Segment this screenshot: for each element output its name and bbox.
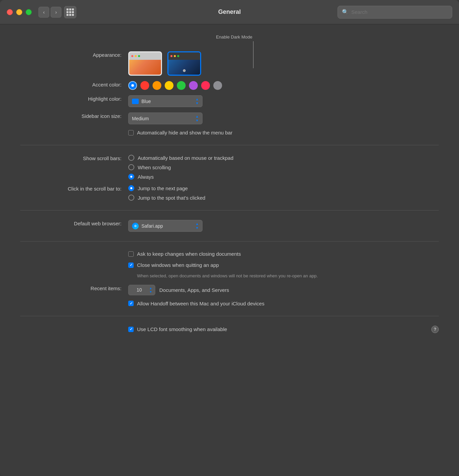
recent-items-control: 10 ▲▼ Documents, Apps, and Servers <box>128 285 229 295</box>
highlight-color-dropdown[interactable]: Blue ▲▼ <box>128 95 202 107</box>
close-windows-label-empty <box>20 262 128 263</box>
highlight-color-label: Highlight color: <box>20 95 128 102</box>
menu-bar-checkbox-label: Automatically hide and show the menu bar <box>137 130 233 135</box>
close-docs-checkbox-row: Ask to keep changes when closing documen… <box>128 251 241 257</box>
close-windows-label: Close windows when quitting an app <box>137 262 219 268</box>
appearance-dark-option[interactable] <box>167 51 201 76</box>
safari-icon: ⊕ <box>132 223 139 229</box>
forward-button[interactable]: › <box>51 7 61 18</box>
divider-1 <box>20 145 439 145</box>
scroll-auto-radio[interactable] <box>128 155 134 161</box>
close-docs-row: Ask to keep changes when closing documen… <box>20 251 439 257</box>
browser-dropdown[interactable]: ⊕ Safari.app ▲▼ <box>128 220 202 232</box>
appearance-options <box>128 51 201 76</box>
accent-purple[interactable] <box>189 81 198 90</box>
lcd-font-label-empty <box>20 329 128 330</box>
thumb-dark-titlebar <box>168 52 200 60</box>
browser-label: Default web browser: <box>20 220 128 226</box>
sidebar-icon-size-row: Sidebar icon size: Medium ▲▼ <box>20 112 439 124</box>
nav-buttons: ‹ › <box>38 7 61 18</box>
accent-yellow[interactable] <box>165 81 173 90</box>
appearance-light-option[interactable] <box>128 51 162 76</box>
divider-2 <box>20 210 439 210</box>
accent-graphite[interactable] <box>213 81 222 90</box>
close-windows-checkbox[interactable] <box>128 262 134 268</box>
traffic-lights <box>7 9 32 15</box>
stepper-arrows[interactable]: ▲▼ <box>149 286 152 294</box>
search-box[interactable]: 🔍 <box>338 6 452 19</box>
highlight-color-arrows: ▲▼ <box>195 97 199 105</box>
click-spot-radio[interactable] <box>128 195 134 201</box>
titlebar: ‹ › General 🔍 <box>0 0 459 24</box>
close-windows-row: Close windows when quitting an app When … <box>20 262 439 279</box>
browser-arrows: ▲▼ <box>195 222 199 230</box>
click-scroll-row: Click in the scroll bar to: Jump to the … <box>20 185 439 201</box>
sidebar-icon-size-value: Medium <box>132 116 193 121</box>
grid-button[interactable] <box>64 6 76 18</box>
lcd-font-checkbox-row: Use LCD font smoothing when available ? <box>128 326 439 333</box>
scroll-bars-row: Show scroll bars: Automatically based on… <box>20 155 439 180</box>
recent-items-suffix: Documents, Apps, and Servers <box>159 287 229 293</box>
window-title: General <box>218 8 241 16</box>
thumb-dot-green-dark <box>177 55 179 57</box>
close-button[interactable] <box>7 9 13 15</box>
maximize-button[interactable] <box>26 9 32 15</box>
browser-value: Safari.app <box>141 223 193 229</box>
highlight-color-row: Highlight color: Blue ▲▼ <box>20 95 439 107</box>
search-input[interactable] <box>351 9 448 15</box>
handoff-row: Allow Handoff between this Mac and your … <box>20 301 439 306</box>
scroll-bars-options: Automatically based on mouse or trackpad… <box>128 155 233 180</box>
scroll-scrolling-row: When scrolling <box>128 164 233 170</box>
close-docs-checkbox[interactable] <box>128 251 134 257</box>
close-windows-control: Close windows when quitting an app When … <box>128 262 318 279</box>
highlight-color-swatch <box>132 99 139 104</box>
scroll-always-radio[interactable] <box>128 174 134 180</box>
scroll-bars-label: Show scroll bars: <box>20 155 128 161</box>
close-windows-checkbox-row: Close windows when quitting an app <box>128 262 318 268</box>
close-docs-label: Ask to keep changes when closing documen… <box>137 251 241 257</box>
grid-icon <box>66 8 74 16</box>
menu-bar-label <box>20 130 128 130</box>
thumb-dot-red-dark <box>170 55 172 57</box>
recent-items-label: Recent items: <box>20 285 128 291</box>
handoff-label-empty <box>20 301 128 301</box>
handoff-checkbox[interactable] <box>128 301 134 306</box>
sidebar-icon-size-label: Sidebar icon size: <box>20 112 128 119</box>
click-next-label: Jump to the next page <box>138 185 188 191</box>
close-windows-helper: When selected, open documents and window… <box>137 273 318 279</box>
thumb-dark-body <box>168 60 200 75</box>
appearance-row: Appearance: <box>20 51 439 76</box>
recent-items-value: 10 <box>131 287 147 293</box>
tooltip-area: Enable Dark Mode <box>20 34 439 48</box>
tooltip-text: Enable Dark Mode <box>216 34 252 40</box>
scroll-always-row: Always <box>128 174 233 180</box>
search-icon: 🔍 <box>342 9 349 15</box>
lcd-font-checkbox[interactable] <box>128 327 134 332</box>
lcd-font-row: Use LCD font smoothing when available ? <box>20 326 439 333</box>
tooltip-line <box>253 41 253 68</box>
click-next-radio[interactable] <box>128 185 134 191</box>
accent-red[interactable] <box>140 81 149 90</box>
click-scroll-options: Jump to the next page Jump to the spot t… <box>128 185 205 201</box>
dark-thumb-indicator <box>183 69 186 72</box>
handoff-label: Allow Handoff between this Mac and your … <box>137 301 264 306</box>
settings-content: Enable Dark Mode Appearance: <box>0 24 459 476</box>
sidebar-icon-size-dropdown[interactable]: Medium ▲▼ <box>128 112 202 124</box>
close-docs-label-empty <box>20 251 128 252</box>
accent-pink[interactable] <box>201 81 210 90</box>
minimize-button[interactable] <box>16 9 22 15</box>
accent-orange[interactable] <box>153 81 161 90</box>
back-button[interactable]: ‹ <box>38 7 49 18</box>
accent-green[interactable] <box>177 81 186 90</box>
scroll-scrolling-label: When scrolling <box>138 165 171 170</box>
main-window: ‹ › General 🔍 Enable Dark Mode Appearanc… <box>0 0 459 476</box>
accent-color-row: Accent color: <box>20 81 439 90</box>
recent-items-stepper[interactable]: 10 ▲▼ <box>128 285 155 295</box>
scroll-scrolling-radio[interactable] <box>128 164 134 170</box>
accent-blue[interactable] <box>128 81 137 90</box>
menu-bar-checkbox[interactable] <box>128 130 134 135</box>
scroll-auto-row: Automatically based on mouse or trackpad <box>128 155 233 161</box>
help-button[interactable]: ? <box>431 326 439 333</box>
appearance-label: Appearance: <box>20 51 128 58</box>
divider-3 <box>20 241 439 242</box>
